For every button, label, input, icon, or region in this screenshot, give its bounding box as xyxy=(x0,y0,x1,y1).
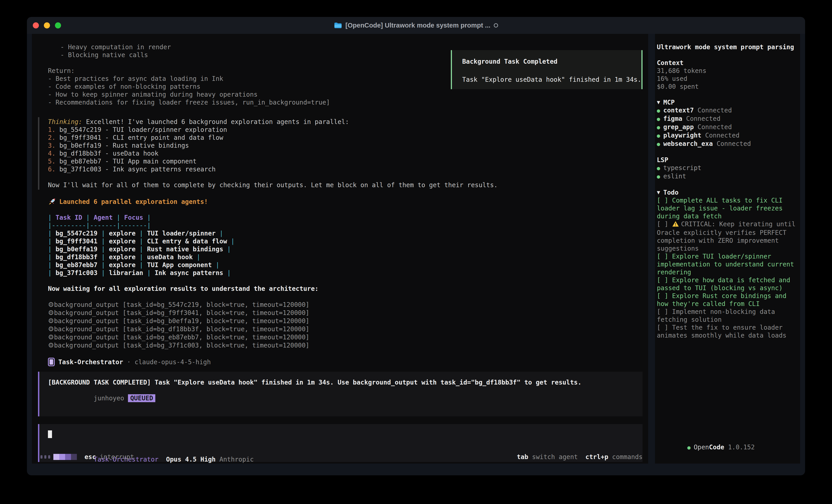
todo-item: [ ]Implement non-blocking data fetching … xyxy=(657,308,798,324)
mcp-item: ●grep_appConnected xyxy=(657,123,798,132)
sidebar-title: Ultrawork mode system prompt parsing xyxy=(657,43,798,51)
thinking-label: Thinking: xyxy=(48,118,82,125)
notification-title: Background Task Completed xyxy=(462,58,642,65)
agent-header: Task-Orchestrator · claude-opus-4-5-high xyxy=(32,357,648,367)
tab-key-hint: tab xyxy=(517,453,528,461)
app-window: [OpenCode] Ultrawork mode system prompt … xyxy=(27,17,805,475)
waiting-line: Now waiting for all exploration results … xyxy=(32,285,648,292)
table-row: |bg_b0effa19|explore|Rust native binding… xyxy=(32,245,648,253)
list-item: 1.bg_5547c219 - TUI loader/spinner explo… xyxy=(48,126,648,134)
spinner-trail-icon xyxy=(41,455,50,458)
zoom-button[interactable] xyxy=(55,22,61,28)
panel-divider xyxy=(648,34,655,464)
context-tokens: 31,686 tokens xyxy=(657,67,798,75)
tool-call-list: ⚙background_output[task_id=bg_5547c219, … xyxy=(32,301,648,349)
window-title: [OpenCode] Ultrawork mode system prompt … xyxy=(345,22,490,29)
left-edge xyxy=(27,34,32,464)
table-row: |bg_df18bb3f|explore|useData hook| xyxy=(32,253,648,261)
thinking-block: Thinking:Excellent! I've launched 6 back… xyxy=(38,117,648,190)
close-button[interactable] xyxy=(33,22,39,28)
mcp-item: ●figmaConnected xyxy=(657,115,798,123)
list-item: 5.bg_eb87ebb7 - TUI App main component xyxy=(48,158,648,165)
rocket-icon xyxy=(48,198,56,206)
agent-name: Task-Orchestrator xyxy=(58,358,123,366)
gear-icon: ⚙ xyxy=(48,301,54,308)
green-dot-icon: ● xyxy=(657,115,660,123)
list-item: 6.bg_37f1c003 - Ink async patterns resea… xyxy=(48,165,648,173)
context-heading: Context xyxy=(657,59,798,67)
table-row: |bg_eb87ebb7|explore|TUI App component| xyxy=(32,261,648,269)
completed-meta-line: junhoyeoQUEUED xyxy=(48,386,643,410)
todo-item: [ ]Explore Rust core bindings and how th… xyxy=(657,292,798,308)
text-cursor xyxy=(48,430,52,438)
traffic-lights xyxy=(33,17,61,34)
todo-section-toggle[interactable]: ▼ Todo xyxy=(657,189,798,196)
right-edge xyxy=(800,34,805,464)
mcp-item: ●context7Connected xyxy=(657,106,798,115)
tab-key-label: switch agent xyxy=(532,453,578,461)
sidebar: Ultrawork mode system prompt parsing Con… xyxy=(655,34,800,464)
notification-body: Task "Explore useData hook" finished in … xyxy=(462,76,642,84)
mcp-item: ●playwrightConnected xyxy=(657,132,798,140)
green-dot-icon: ● xyxy=(657,140,660,148)
green-dot-icon: ● xyxy=(657,173,660,180)
todo-item: [ ]Explore TUI loader/spinner implementa… xyxy=(657,252,798,276)
announcement-text: Launched 6 parallel exploration agents! xyxy=(59,198,208,206)
tasks-table: |Task ID|Agent|Focus| |---------|-------… xyxy=(32,214,648,277)
thinking-outro-line: Now I'll wait for all of them to complet… xyxy=(48,181,648,189)
announcement-line: Launched 6 parallel exploration agents! xyxy=(32,198,648,206)
list-item: 3.bg_b0effa19 - Rust native bindings xyxy=(48,142,648,149)
green-dot-icon: ● xyxy=(687,444,691,451)
green-dot-icon: ● xyxy=(657,164,660,172)
green-dot-icon: ● xyxy=(657,123,660,132)
minimize-button[interactable] xyxy=(44,22,50,28)
todo-item: [ ]CRITICAL: Keep iterating until Oracle… xyxy=(657,220,798,252)
chevron-down-icon[interactable]: ▼ xyxy=(657,189,660,196)
mcp-item: ●websearch_exaConnected xyxy=(657,140,798,148)
conversation-flow: - Heavy computation in render - Blocking… xyxy=(32,34,648,462)
brand-name: Open xyxy=(694,444,709,451)
table-separator-row: |---------|-------|-------| xyxy=(32,222,648,229)
lsp-section-heading: LSP xyxy=(657,156,798,164)
tool-call-line: ⚙background_output[task_id=bg_eb87ebb7, … xyxy=(32,333,648,341)
thinking-intro-line: Thinking:Excellent! I've launched 6 back… xyxy=(48,118,648,126)
todo-item: [ ]Complete ALL tasks to fix CLI loader … xyxy=(657,196,798,220)
background-task-notification[interactable]: Background Task Completed Task "Explore … xyxy=(451,50,643,89)
cmd-key-label: commands xyxy=(612,453,643,461)
todo-item: [ ]Explore how data is fetched and passe… xyxy=(657,276,798,292)
status-badge: QUEUED xyxy=(128,394,155,402)
chevron-down-icon[interactable]: ▼ xyxy=(657,99,660,106)
table-header-row: |Task ID|Agent|Focus| xyxy=(32,214,648,222)
background-task-completed-block: [BACKGROUND TASK COMPLETED] Task "Explor… xyxy=(38,372,643,416)
list-item: 4.bg_df18bb3f - useData hook xyxy=(48,149,648,158)
green-dot-icon: ● xyxy=(657,132,660,140)
gear-icon: ⚙ xyxy=(48,325,54,333)
status-circle-icon xyxy=(494,23,498,28)
username: junhoyeo xyxy=(94,394,124,402)
progress-spinner-icon xyxy=(53,454,77,460)
green-dot-icon: ● xyxy=(657,107,660,115)
status-bar: esc interrupt tab switch agent ctrl+p co… xyxy=(41,452,643,461)
context-used: 16% used xyxy=(657,75,798,83)
tool-output-line: - How to keep spinner animating during h… xyxy=(32,90,648,99)
separator-dot: · xyxy=(127,358,131,366)
gear-icon: ⚙ xyxy=(48,317,54,325)
terminal-main-panel: Background Task Completed Task "Explore … xyxy=(32,34,648,464)
lsp-item: ●typescript xyxy=(657,164,798,172)
table-row: |bg_f9ff3041|explore|CLI entry & data fl… xyxy=(32,237,648,245)
tool-call-line: ⚙background_output[task_id=bg_5547c219, … xyxy=(32,301,648,309)
tool-call-line: ⚙background_output[task_id=bg_f9ff3041, … xyxy=(32,309,648,317)
context-spent: $0.00 spent xyxy=(657,83,798,90)
gear-icon: ⚙ xyxy=(48,341,54,349)
list-item: 2.bg_f9ff3041 - CLI entry point and data… xyxy=(48,134,648,142)
app-version-footer: ●OpenCode1.0.152 xyxy=(657,436,755,459)
lsp-item: ●eslint xyxy=(657,172,798,180)
esc-key-hint: esc xyxy=(84,453,96,461)
completed-message: [BACKGROUND TASK COMPLETED] Task "Explor… xyxy=(48,379,643,386)
gear-icon: ⚙ xyxy=(48,309,54,316)
todo-item: [ ]Test the fix to ensure loader animate… xyxy=(657,324,798,339)
mcp-section-toggle[interactable]: ▼ MCP xyxy=(657,99,798,106)
tool-output-line: - Recommendations for fixing loader free… xyxy=(32,99,648,106)
tool-output-line: - Heavy computation in render xyxy=(32,43,648,51)
tool-call-line: ⚙background_output[task_id=bg_b0effa19, … xyxy=(32,317,648,325)
